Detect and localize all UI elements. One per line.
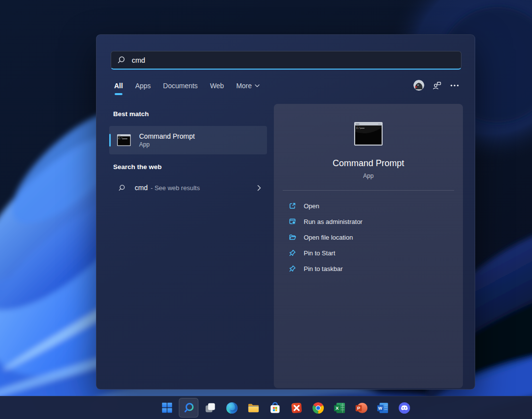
tab-web-label: Web [210, 82, 224, 90]
taskbar-search-button[interactable] [179, 398, 198, 418]
action-open-file-location-label: Open file location [304, 234, 353, 241]
divider [283, 190, 454, 191]
search-web-label: Search the web [113, 163, 162, 171]
web-search-result[interactable]: cmd - See web results [109, 177, 267, 198]
search-icon [118, 184, 125, 192]
excel-icon: X [333, 401, 346, 415]
search-icon [117, 56, 125, 64]
windows-start-icon [161, 401, 173, 414]
action-open-file-location[interactable]: Open file location [274, 230, 463, 244]
svg-text:W: W [378, 406, 383, 411]
preview-type: App [363, 173, 373, 179]
tab-apps-label: Apps [135, 82, 151, 90]
more-options-icon[interactable] [450, 84, 459, 87]
chevron-right-icon[interactable] [257, 185, 261, 191]
command-prompt-large-icon: C:\ [354, 122, 383, 146]
powerpoint-icon: P [355, 401, 368, 415]
action-pin-to-taskbar-label: Pin to taskbar [304, 265, 343, 272]
file-explorer-icon [247, 401, 260, 415]
tab-more-label: More [236, 82, 252, 90]
action-open-label: Open [304, 202, 319, 210]
selection-accent-bar [109, 134, 111, 147]
action-run-as-administrator[interactable]: Run as administrator [274, 215, 463, 228]
tab-documents[interactable]: Documents [163, 82, 198, 95]
svg-text:C:\: C:\ [119, 137, 123, 140]
preview-actions: Open Run as administrator Open file [274, 199, 463, 277]
action-run-as-administrator-label: Run as administrator [304, 218, 363, 225]
tab-more[interactable]: More [236, 82, 260, 95]
task-view-icon [204, 401, 217, 414]
tab-all[interactable]: All [114, 82, 123, 95]
folder-icon [289, 233, 296, 241]
tab-all-label: All [114, 82, 123, 90]
action-pin-to-taskbar[interactable]: Pin to taskbar [274, 262, 463, 275]
search-header-icons [413, 80, 459, 91]
active-tab-underline [115, 93, 122, 95]
result-type: App [139, 141, 195, 148]
svg-text:P: P [357, 405, 360, 411]
web-suffix: - See web results [150, 184, 199, 192]
tab-documents-label: Documents [163, 82, 198, 90]
chevron-down-icon [255, 84, 260, 87]
taskbar-file-explorer-button[interactable] [243, 398, 263, 418]
best-match-texts: Command Prompt App [139, 132, 195, 148]
action-pin-to-start-label: Pin to Start [304, 249, 335, 257]
command-prompt-icon: C:\ [117, 133, 131, 147]
word-icon: W [376, 401, 389, 415]
taskbar: X P W [0, 396, 532, 419]
red-x-app-icon [290, 401, 303, 415]
best-match-result[interactable]: C:\ Command Prompt App [109, 126, 267, 154]
taskbar-word-button[interactable]: W [373, 398, 392, 418]
best-match-label: Best match [113, 110, 149, 118]
taskbar-excel-button[interactable]: X [330, 398, 349, 418]
taskbar-discord-button[interactable] [394, 398, 414, 418]
preview-pane: C:\ Command Prompt App Open [274, 104, 463, 388]
tab-web[interactable]: Web [210, 82, 224, 95]
taskbar-x-app-button[interactable] [287, 398, 306, 418]
svg-text:C:\: C:\ [357, 126, 361, 129]
open-icon [289, 202, 296, 210]
taskbar-store-button[interactable] [265, 398, 285, 418]
taskbar-task-view-button[interactable] [200, 398, 220, 418]
result-title: Command Prompt [139, 132, 195, 140]
microsoft-store-icon [268, 401, 282, 415]
chrome-browser-icon [312, 401, 325, 415]
preview-title: Command Prompt [333, 158, 404, 169]
run-as-administrator-icon [289, 218, 296, 225]
user-avatar[interactable] [413, 80, 424, 91]
taskbar-start-button[interactable] [157, 398, 177, 418]
action-open[interactable]: Open [274, 199, 463, 213]
pin-icon [289, 265, 296, 272]
taskbar-chrome-button[interactable] [308, 398, 328, 418]
tab-apps[interactable]: Apps [135, 82, 151, 95]
edge-browser-icon [225, 401, 239, 415]
action-pin-to-start[interactable]: Pin to Start [274, 246, 463, 260]
svg-text:X: X [335, 405, 339, 411]
search-box[interactable] [111, 51, 461, 70]
web-query: cmd [135, 184, 147, 192]
pin-icon [289, 249, 296, 257]
search-icon [182, 401, 195, 415]
taskbar-edge-button[interactable] [222, 398, 242, 418]
feedback-icon[interactable] [433, 81, 442, 90]
search-input[interactable] [132, 56, 455, 64]
taskbar-items: X P W [157, 398, 414, 418]
search-filter-tabs: All Apps Documents Web More [114, 82, 260, 95]
desktop: All Apps Documents Web More [0, 0, 532, 419]
taskbar-powerpoint-button[interactable]: P [351, 398, 371, 418]
discord-icon [398, 401, 411, 415]
search-flyout: All Apps Documents Web More [96, 34, 475, 390]
